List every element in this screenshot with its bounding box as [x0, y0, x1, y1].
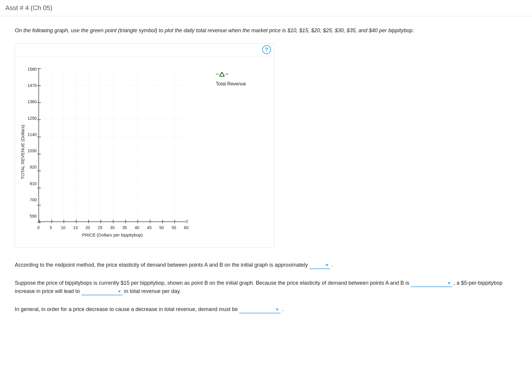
x-tick-mark [64, 220, 64, 223]
x-axis-label: PRICE (Dollars per bippitybop) [38, 231, 186, 239]
x-tick-mark [76, 220, 77, 223]
gridline-vertical [76, 68, 76, 221]
y-tick-mark [37, 188, 41, 188]
gridline-horizontal [39, 188, 186, 188]
x-tick-mark [100, 220, 101, 223]
help-icon: ? [265, 46, 268, 54]
x-tick-label: 25 [98, 224, 103, 231]
y-tick-mark [37, 102, 41, 103]
y-tick-mark [37, 171, 41, 171]
q2-dropdown-a[interactable] [411, 281, 452, 287]
x-tick-label: 30 [110, 224, 115, 231]
gridline-vertical [88, 68, 89, 221]
q3-dropdown[interactable] [239, 307, 280, 313]
chart-zone: TOTAL REVENUE (Dollars) 1580147013601250… [18, 65, 186, 239]
question-1: According to the midpoint method, the pr… [15, 261, 517, 269]
y-tick-label: 920 [27, 164, 37, 170]
y-tick-mark [37, 119, 41, 120]
x-tick-mark [187, 220, 187, 223]
gridline-vertical [137, 68, 138, 221]
x-tick-label: 45 [147, 224, 152, 231]
legend: Total Revenue [186, 65, 246, 239]
triangle-icon [219, 72, 225, 77]
gridline-horizontal [39, 205, 186, 205]
q2-text-post: in total revenue per day. [124, 288, 181, 294]
gridline-vertical [51, 68, 52, 221]
svg-marker-2 [447, 282, 450, 284]
graph-toolbar: ? [15, 43, 274, 56]
x-tick-mark [39, 220, 40, 223]
content-area: On the following graph, use the green po… [0, 16, 532, 333]
gridline-horizontal [39, 85, 186, 86]
y-tick-label: 1580 [27, 66, 37, 72]
gridline-vertical [100, 68, 101, 221]
y-tick-label: 810 [27, 180, 37, 187]
svg-marker-3 [118, 291, 121, 293]
green-dash-icon [225, 74, 228, 74]
chevron-down-icon [117, 290, 121, 293]
gridline-horizontal [39, 68, 186, 69]
y-tick-mark [37, 85, 41, 86]
svg-marker-1 [325, 264, 328, 266]
gridline-vertical [113, 68, 113, 221]
y-tick-mark [37, 154, 41, 154]
x-tick-label: 20 [85, 224, 90, 231]
y-tick-label: 590 [27, 213, 37, 219]
y-tick-mark [37, 137, 41, 137]
chevron-down-icon [325, 264, 329, 267]
y-tick-mark [37, 205, 41, 205]
y-tick-mark [37, 68, 41, 69]
x-tick-mark [88, 220, 89, 223]
x-tick-label: 50 [159, 224, 164, 231]
gridline-horizontal [39, 137, 186, 137]
plot-area[interactable] [38, 68, 186, 222]
x-tick-label: 10 [61, 224, 66, 231]
chevron-down-icon [447, 282, 451, 285]
x-axis-ticks: 051015202530354045505560 [38, 224, 186, 230]
gridline-vertical [162, 68, 163, 221]
legend-label: Total Revenue [216, 80, 246, 88]
instructions-text: On the following graph, use the green po… [15, 26, 517, 35]
svg-marker-0 [220, 72, 224, 76]
q3-text-post: . [282, 306, 283, 312]
x-tick-mark [113, 220, 113, 223]
x-tick-label: 0 [37, 224, 40, 231]
y-axis-ticks: 158014701360125011401030920810700590 [27, 66, 38, 220]
y-tick-label: 700 [27, 197, 37, 203]
question-3: In general, in order for a price decreas… [15, 305, 517, 314]
legend-symbol [216, 72, 228, 77]
q3-text-pre: In general, in order for a price decreas… [15, 306, 238, 312]
x-tick-label: 40 [135, 224, 140, 231]
page-header: Asst # 4 (Ch 05) [0, 0, 532, 16]
y-tick-label: 1360 [27, 98, 37, 105]
x-tick-mark [174, 220, 175, 223]
q1-text-pre: According to the midpoint method, the pr… [15, 262, 308, 268]
gridline-horizontal [39, 119, 186, 120]
x-tick-label: 60 [184, 224, 189, 231]
gridline-horizontal [39, 102, 186, 103]
y-tick-mark [37, 222, 41, 223]
x-tick-label: 35 [122, 224, 127, 231]
x-tick-mark [51, 220, 52, 223]
x-tick-label: 5 [50, 224, 52, 231]
q1-dropdown[interactable] [309, 263, 330, 269]
legend-item-total-revenue[interactable] [216, 72, 246, 77]
help-button[interactable]: ? [262, 45, 271, 54]
chevron-down-icon [275, 308, 279, 311]
x-tick-mark [125, 220, 126, 223]
plot-wrap: 051015202530354045505560 PRICE (Dollars … [38, 65, 186, 239]
y-tick-label: 1030 [27, 148, 37, 154]
green-dash-icon [216, 74, 219, 74]
page-title: Asst # 4 (Ch 05) [5, 4, 52, 12]
graph-card: ? TOTAL REVENUE (Dollars) 15801470136012… [15, 43, 274, 248]
gridline-vertical [64, 68, 64, 221]
q2-text-pre: Suppose the price of bippitybops is curr… [15, 280, 409, 286]
gridline-vertical [174, 68, 175, 221]
gridline-horizontal [39, 171, 186, 171]
x-tick-mark [162, 220, 163, 223]
q2-dropdown-b[interactable] [81, 289, 123, 295]
x-tick-label: 55 [172, 224, 176, 231]
y-tick-label: 1470 [27, 82, 37, 89]
x-tick-mark [137, 220, 138, 223]
x-tick-label: 15 [73, 224, 78, 231]
